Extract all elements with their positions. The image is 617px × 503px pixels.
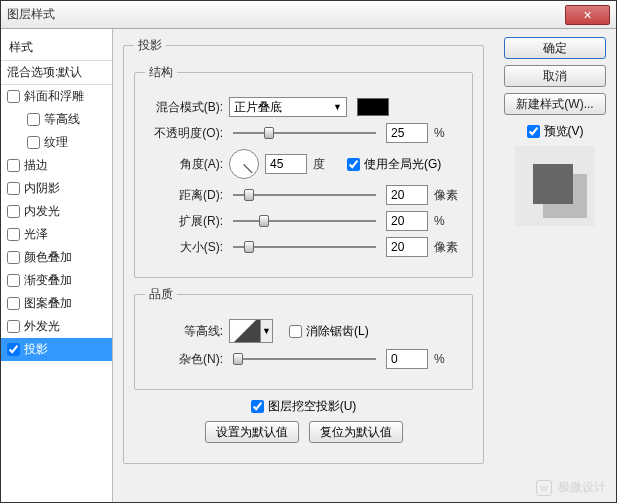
chevron-down-icon[interactable]: ▼ [261, 319, 273, 343]
checkbox-icon[interactable] [7, 90, 20, 103]
checkbox-icon[interactable] [251, 400, 264, 413]
panel-drop-shadow: 投影 结构 混合模式(B): 正片叠底▼ 不透明度(O): 25 % 角度(A)… [123, 37, 484, 464]
antialias-checkbox[interactable]: 消除锯齿(L) [289, 323, 369, 340]
color-swatch[interactable] [357, 98, 389, 116]
checkbox-icon[interactable] [347, 158, 360, 171]
size-slider[interactable] [233, 239, 376, 255]
reset-default-button[interactable]: 复位为默认值 [309, 421, 403, 443]
opacity-label: 不透明度(O): [145, 125, 223, 142]
opacity-input[interactable]: 25 [386, 123, 428, 143]
checkbox-icon[interactable] [527, 123, 540, 140]
close-button[interactable]: × [565, 5, 610, 25]
unit-percent: % [434, 352, 462, 366]
group-structure-legend: 结构 [145, 64, 177, 81]
checkbox-icon[interactable] [27, 113, 40, 126]
sidebar-item-color-overlay[interactable]: 颜色叠加 [1, 246, 112, 269]
angle-label: 角度(A): [145, 156, 223, 173]
distance-label: 距离(D): [145, 187, 223, 204]
spread-slider[interactable] [233, 213, 376, 229]
sidebar-blend-options[interactable]: 混合选项:默认 [1, 60, 112, 85]
checkbox-icon[interactable] [27, 136, 40, 149]
noise-label: 杂色(N): [145, 351, 223, 368]
checkbox-icon[interactable] [7, 159, 20, 172]
sidebar-item-inner-shadow[interactable]: 内阴影 [1, 177, 112, 200]
checkbox-icon[interactable] [7, 320, 20, 333]
sidebar-item-gradient-overlay[interactable]: 渐变叠加 [1, 269, 112, 292]
checkbox-icon[interactable] [289, 325, 302, 338]
size-label: 大小(S): [145, 239, 223, 256]
unit-percent: % [434, 214, 462, 228]
global-light-checkbox[interactable]: 使用全局光(G) [347, 156, 441, 173]
checkbox-icon[interactable] [7, 182, 20, 195]
preview-thumbnail [515, 146, 595, 226]
angle-dial[interactable] [229, 149, 259, 179]
unit-px: 像素 [434, 239, 462, 256]
checkbox-icon[interactable] [7, 251, 20, 264]
sidebar-item-inner-glow[interactable]: 内发光 [1, 200, 112, 223]
checkbox-icon[interactable] [7, 205, 20, 218]
sidebar-item-bevel[interactable]: 斜面和浮雕 [1, 85, 112, 108]
angle-input[interactable]: 45 [265, 154, 307, 174]
group-quality: 品质 等高线: ▼ 消除锯齿(L) 杂色(N): 0 % [134, 286, 473, 390]
blend-mode-label: 混合模式(B): [145, 99, 223, 116]
styles-sidebar: 样式 混合选项:默认 斜面和浮雕 等高线 纹理 描边 内阴影 内发光 光泽 颜色… [1, 29, 113, 502]
sidebar-item-outer-glow[interactable]: 外发光 [1, 315, 112, 338]
distance-slider[interactable] [233, 187, 376, 203]
checkbox-icon[interactable] [7, 274, 20, 287]
contour-picker[interactable] [229, 319, 261, 343]
new-style-button[interactable]: 新建样式(W)... [504, 93, 606, 115]
noise-slider[interactable] [233, 351, 376, 367]
checkbox-icon[interactable] [7, 228, 20, 241]
sidebar-item-pattern-overlay[interactable]: 图案叠加 [1, 292, 112, 315]
group-quality-legend: 品质 [145, 286, 177, 303]
unit-degree: 度 [313, 156, 341, 173]
sidebar-item-texture[interactable]: 纹理 [1, 131, 112, 154]
panel-title: 投影 [134, 37, 166, 54]
sidebar-item-drop-shadow[interactable]: 投影 [1, 338, 112, 361]
checkbox-icon[interactable] [7, 343, 20, 356]
watermark: w极微设计 [536, 479, 606, 496]
unit-px: 像素 [434, 187, 462, 204]
size-input[interactable]: 20 [386, 237, 428, 257]
preview-checkbox[interactable]: 预览(V) [504, 123, 606, 140]
spread-input[interactable]: 20 [386, 211, 428, 231]
unit-percent: % [434, 126, 462, 140]
group-structure: 结构 混合模式(B): 正片叠底▼ 不透明度(O): 25 % 角度(A): 4… [134, 64, 473, 278]
chevron-down-icon: ▼ [333, 102, 342, 112]
ok-button[interactable]: 确定 [504, 37, 606, 59]
checkbox-icon[interactable] [7, 297, 20, 310]
blend-mode-select[interactable]: 正片叠底▼ [229, 97, 347, 117]
sidebar-item-contour[interactable]: 等高线 [1, 108, 112, 131]
distance-input[interactable]: 20 [386, 185, 428, 205]
set-default-button[interactable]: 设置为默认值 [205, 421, 299, 443]
noise-input[interactable]: 0 [386, 349, 428, 369]
sidebar-item-satin[interactable]: 光泽 [1, 223, 112, 246]
contour-label: 等高线: [145, 323, 223, 340]
window-title: 图层样式 [7, 6, 55, 23]
sidebar-header: 样式 [1, 35, 112, 60]
cancel-button[interactable]: 取消 [504, 65, 606, 87]
sidebar-item-stroke[interactable]: 描边 [1, 154, 112, 177]
knockout-checkbox[interactable]: 图层挖空投影(U) [251, 398, 357, 415]
opacity-slider[interactable] [233, 125, 376, 141]
spread-label: 扩展(R): [145, 213, 223, 230]
wechat-icon: w [536, 480, 552, 496]
